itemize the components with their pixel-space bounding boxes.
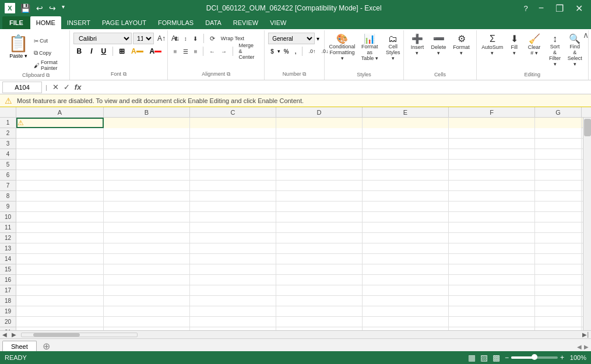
save-button[interactable]: 💾: [19, 3, 32, 13]
row-num-20[interactable]: 20: [0, 317, 16, 327]
italic-button[interactable]: I: [86, 45, 97, 57]
border-button[interactable]: ⊞: [116, 45, 128, 57]
help-button[interactable]: ?: [521, 4, 530, 13]
fill-color-button[interactable]: A: [128, 45, 146, 57]
sheet-tab-sheet[interactable]: Sheet: [2, 341, 37, 351]
conditional-formatting-button[interactable]: 🎨 ConditionalFormatting ▾: [328, 33, 357, 63]
close-button[interactable]: ✕: [572, 3, 586, 14]
page-layout-view-button[interactable]: ▨: [480, 353, 488, 362]
row-num-11[interactable]: 11: [0, 222, 16, 233]
ribbon-collapse-button[interactable]: ∧: [583, 30, 589, 40]
sheet-scroll-right[interactable]: ▶: [584, 344, 589, 350]
tab-file[interactable]: FILE: [2, 16, 30, 29]
align-top-button[interactable]: ⬆: [171, 33, 181, 44]
align-bottom-button[interactable]: ⬇: [191, 33, 200, 44]
tab-formulas[interactable]: FORMULAS: [152, 16, 199, 29]
number-format-dropdown[interactable]: ▾: [316, 36, 319, 42]
col-header-f[interactable]: F: [449, 107, 535, 117]
merge-center-button[interactable]: Merge & Center: [237, 45, 261, 57]
cell-g1[interactable]: [535, 118, 582, 128]
row-num-8[interactable]: 8: [0, 191, 16, 202]
add-sheet-button[interactable]: ⊕: [38, 341, 55, 351]
cell-c2[interactable]: [190, 128, 276, 139]
sort-filter-button[interactable]: ↕ Sort &Filter ▾: [546, 33, 564, 69]
cell-a2[interactable]: [16, 128, 104, 139]
bold-button[interactable]: B: [73, 45, 85, 57]
cell-e2[interactable]: [363, 128, 449, 139]
cell-c1[interactable]: [190, 118, 276, 128]
normal-view-button[interactable]: ▦: [468, 353, 476, 362]
row-num-3[interactable]: 3: [0, 139, 16, 149]
h-scroll-track[interactable]: [21, 333, 138, 337]
cell-b1[interactable]: [104, 118, 190, 128]
redo-button[interactable]: ↪: [47, 3, 58, 13]
paste-button[interactable]: 📋 Paste ▾: [6, 33, 31, 60]
tab-review[interactable]: REVIEW: [227, 16, 264, 29]
increase-indent-button[interactable]: →: [219, 45, 229, 57]
row-num-5[interactable]: 5: [0, 160, 16, 170]
row-num-18[interactable]: 18: [0, 296, 16, 306]
col-header-e[interactable]: E: [363, 107, 449, 117]
col-header-c[interactable]: C: [190, 107, 276, 117]
row-num-6[interactable]: 6: [0, 170, 16, 181]
text-angle-button[interactable]: ⟳: [207, 33, 217, 44]
tab-insert[interactable]: INSERT: [61, 16, 96, 29]
row-num-2[interactable]: 2: [0, 128, 16, 139]
number-format-select[interactable]: General: [268, 33, 315, 44]
scroll-end-button[interactable]: ▶|: [580, 331, 591, 338]
cell-a1[interactable]: ⚠: [16, 118, 104, 128]
cancel-formula-button[interactable]: ✕: [51, 83, 61, 91]
cell-g2[interactable]: [535, 128, 582, 139]
row-num-7[interactable]: 7: [0, 181, 16, 191]
zoom-out-button[interactable]: −: [505, 354, 509, 362]
cell-styles-button[interactable]: 🗂 CellStyles ▾: [383, 33, 403, 63]
insert-cells-button[interactable]: ➕ Insert ▾: [407, 33, 427, 58]
tab-data[interactable]: DATA: [199, 16, 227, 29]
cell-b2[interactable]: [104, 128, 190, 139]
formula-input[interactable]: [85, 82, 589, 93]
v-scroll-thumb[interactable]: [584, 119, 591, 136]
cell-b3[interactable]: [104, 139, 190, 149]
underline-button[interactable]: U: [98, 45, 110, 57]
cell-a3[interactable]: [16, 139, 104, 149]
col-header-b[interactable]: B: [104, 107, 190, 117]
format-as-table-button[interactable]: 📊 Format asTable ▾: [358, 33, 382, 63]
cell-d1[interactable]: [276, 118, 363, 128]
fill-button[interactable]: ⬇ Fill ▾: [506, 33, 522, 58]
corner-cell[interactable]: [0, 107, 16, 117]
increase-decimal-button[interactable]: .0↑: [306, 45, 318, 57]
align-middle-button[interactable]: ↕: [182, 33, 189, 44]
currency-button[interactable]: $: [268, 45, 276, 57]
font-color-button[interactable]: A: [147, 45, 165, 57]
confirm-formula-button[interactable]: ✓: [62, 83, 72, 91]
zoom-slider-thumb[interactable]: [532, 354, 537, 360]
row-num-1[interactable]: 1: [0, 118, 16, 128]
tab-view[interactable]: VIEW: [264, 16, 292, 29]
scroll-right-button[interactable]: ▶: [9, 331, 19, 338]
quick-access-dropdown-button[interactable]: ▾: [60, 3, 66, 13]
scroll-left-button[interactable]: ◀: [0, 331, 9, 338]
find-select-button[interactable]: 🔍 Find &Select ▾: [565, 33, 585, 69]
row-num-9[interactable]: 9: [0, 202, 16, 212]
undo-button[interactable]: ↩: [34, 3, 45, 13]
row-num-21[interactable]: 21: [0, 327, 16, 330]
cut-button[interactable]: ✂ Cut: [31, 35, 66, 47]
tab-home[interactable]: HOME: [30, 16, 61, 29]
cell-e3[interactable]: [363, 139, 449, 149]
row-num-14[interactable]: 14: [0, 254, 16, 264]
cell-f2[interactable]: [449, 128, 535, 139]
align-right-button[interactable]: ≡: [192, 45, 200, 57]
col-header-d[interactable]: D: [276, 107, 363, 117]
currency-dropdown[interactable]: ▾: [277, 48, 280, 54]
zoom-in-button[interactable]: +: [560, 354, 564, 362]
decrease-indent-button[interactable]: ←: [207, 45, 217, 57]
h-scroll-thumb[interactable]: [33, 333, 80, 337]
vertical-scrollbar[interactable]: [583, 118, 591, 330]
delete-cells-button[interactable]: ➖ Delete ▾: [428, 33, 449, 58]
copy-button[interactable]: ⧉ Copy: [31, 47, 66, 59]
row-num-12[interactable]: 12: [0, 233, 16, 243]
cell-f1[interactable]: [449, 118, 535, 128]
row-num-16[interactable]: 16: [0, 275, 16, 285]
row-num-15[interactable]: 15: [0, 264, 16, 275]
cell-g3[interactable]: [535, 139, 582, 149]
